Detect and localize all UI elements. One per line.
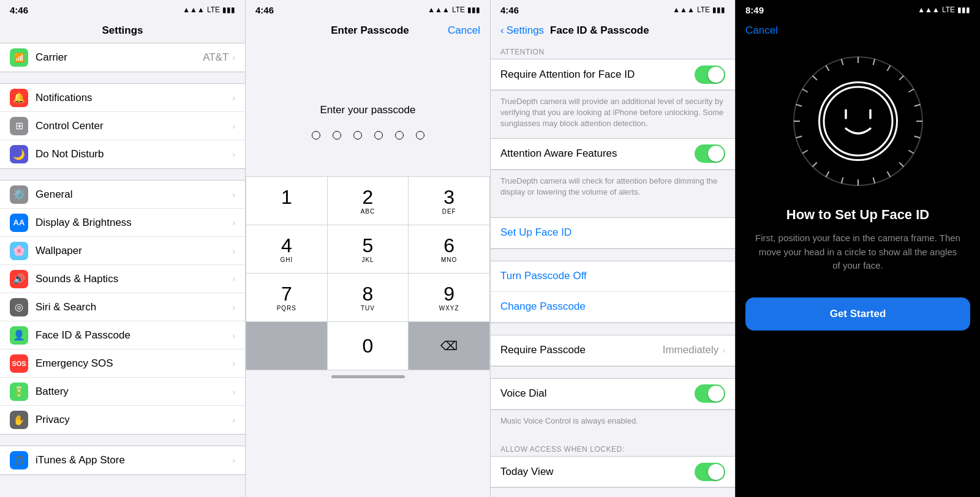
do-not-disturb-chevron: › [232,149,235,159]
voice-dial-toggle[interactable] [695,384,725,403]
siri-search-icon-glyph: ◎ [15,301,23,313]
emergency-sos-row[interactable]: SOS Emergency SOS › [0,349,245,378]
back-chevron-icon: ‹ [500,24,504,37]
key-8[interactable]: 8 TUV [328,274,409,321]
battery-row[interactable]: 🔋 Battery › [0,378,245,406]
key-7[interactable]: 7 PQRS [246,274,327,321]
display-brightness-row[interactable]: AA Display & Brightness › [0,209,245,237]
key-backspace[interactable]: ⌫ [409,322,489,370]
notifications-icon-glyph: 🔔 [13,92,25,103]
key-6[interactable]: 6 MNO [409,225,489,273]
faceid-back-button[interactable]: ‹ Settings [500,24,544,37]
lte-label-2: LTE [452,6,465,14]
wallpaper-icon: 🌸 [10,242,28,260]
key-3-num: 3 [443,187,454,207]
separator-2 [491,250,735,261]
status-icons-2: ▲▲▲ LTE ▮▮▮ [428,6,480,14]
key-1-letters [285,208,288,215]
lte-label-4: LTE [942,6,955,14]
siri-search-label: Siri & Search [36,301,232,313]
turn-passcode-off-row[interactable]: Turn Passcode Off [491,261,735,292]
svg-line-9 [908,151,914,154]
get-started-button[interactable]: Get Started [745,297,970,331]
key-4[interactable]: 4 GHI [246,225,327,273]
require-passcode-chevron: › [722,345,725,355]
passcode-dot-2 [333,131,341,140]
face-id-passcode-label: Face ID & Passcode [36,329,232,342]
itunes-chevron: › [232,455,235,465]
voice-dial-card: Voice Dial [491,378,735,410]
require-attention-toggle[interactable] [695,65,725,84]
svg-line-15 [826,171,829,177]
emergency-sos-label: Emergency SOS [36,357,232,370]
status-bar-1: 4:46 ▲▲▲ LTE ▮▮▮ [0,0,245,20]
wallpaper-row[interactable]: 🌸 Wallpaper › [0,237,245,265]
svg-line-4 [899,76,903,80]
svg-line-18 [796,136,802,138]
carrier-label: Carrier [36,51,203,64]
attention-aware-row: Attention Aware Features [491,139,735,170]
key-2[interactable]: 2 ABC [328,177,409,225]
svg-line-22 [812,76,816,80]
general-row[interactable]: ⚙️ General › [0,181,245,209]
privacy-chevron: › [232,415,235,425]
setup-face-id-row[interactable]: Set Up Face ID [491,218,735,248]
wallpaper-label: Wallpaper [36,245,232,257]
get-started-label: Get Started [830,308,886,320]
key-5[interactable]: 5 JKL [328,225,409,273]
face-id-passcode-row[interactable]: 👤 Face ID & Passcode › [0,321,245,349]
setup-cancel-button[interactable]: Cancel [736,20,980,42]
do-not-disturb-row[interactable]: 🌙 Do Not Disturb › [0,140,245,168]
home-indicator-2 [331,375,405,378]
faceid-back-label: Settings [507,24,544,37]
settings-group-3: 🎵 iTunes & App Store › [0,446,245,475]
itunes-row[interactable]: 🎵 iTunes & App Store › [0,446,245,474]
require-attention-label: Require Attention for Face ID [500,69,695,81]
faceid-panel: 4:46 ▲▲▲ LTE ▮▮▮ ‹ Settings Face ID & Pa… [490,0,735,497]
status-bar-2: 4:46 ▲▲▲ LTE ▮▮▮ [246,0,490,20]
general-label: General [36,189,232,201]
key-9[interactable]: 9 WXYZ [409,274,489,321]
key-3[interactable]: 3 DEF [409,177,489,225]
passcode-cancel-button[interactable]: Cancel [448,24,480,37]
passcode-dot-6 [416,131,424,140]
key-0[interactable]: 0 [328,322,409,370]
notifications-icon: 🔔 [10,89,28,107]
carrier-icon: 📶 [10,48,28,67]
svg-line-23 [826,65,829,71]
battery-icon-1: ▮▮▮ [222,6,235,14]
attention-aware-toggle[interactable] [695,144,725,163]
carrier-row[interactable]: 📶 Carrier AT&T › [0,43,245,72]
privacy-label: Privacy [36,414,232,426]
general-icon-glyph: ⚙️ [13,189,25,200]
carrier-value: AT&T [203,51,228,64]
battery-chevron: › [232,387,235,397]
status-icons-1: ▲▲▲ LTE ▮▮▮ [183,6,235,14]
control-center-row[interactable]: ⊞ Control Center › [0,112,245,140]
itunes-icon: 🎵 [10,451,28,469]
privacy-row[interactable]: ✋ Privacy › [0,406,245,434]
passcode-nav: Enter Passcode Cancel [246,20,490,43]
passcode-actions-card: Turn Passcode Off Change Passcode [491,261,735,323]
passcode-dot-1 [312,131,320,140]
wallpaper-icon-glyph: 🌸 [13,245,25,256]
settings-group-2: ⚙️ General › AA Display & Brightness › 🌸… [0,180,245,435]
notifications-row[interactable]: 🔔 Notifications › [0,84,245,112]
siri-search-row[interactable]: ◎ Siri & Search › [0,293,245,321]
sounds-haptics-label: Sounds & Haptics [36,273,232,285]
today-view-toggle[interactable] [695,463,725,481]
key-7-num: 7 [281,284,292,304]
change-passcode-row[interactable]: Change Passcode [491,292,735,323]
control-center-icon-glyph: ⊞ [15,120,23,132]
passcode-dot-5 [395,131,404,140]
passcode-prompt: Enter your passcode [246,104,490,116]
face-scan-area [791,54,925,189]
require-passcode-row[interactable]: Require Passcode Immediately › [491,335,735,366]
svg-line-14 [841,177,843,184]
key-1[interactable]: 1 [246,177,327,225]
privacy-icon: ✋ [10,411,28,429]
sounds-haptics-row[interactable]: 🔊 Sounds & Haptics › [0,265,245,293]
turn-passcode-off-label: Turn Passcode Off [500,270,587,282]
svg-line-20 [796,105,802,106]
status-bar-3: 4:46 ▲▲▲ LTE ▮▮▮ [491,0,735,20]
